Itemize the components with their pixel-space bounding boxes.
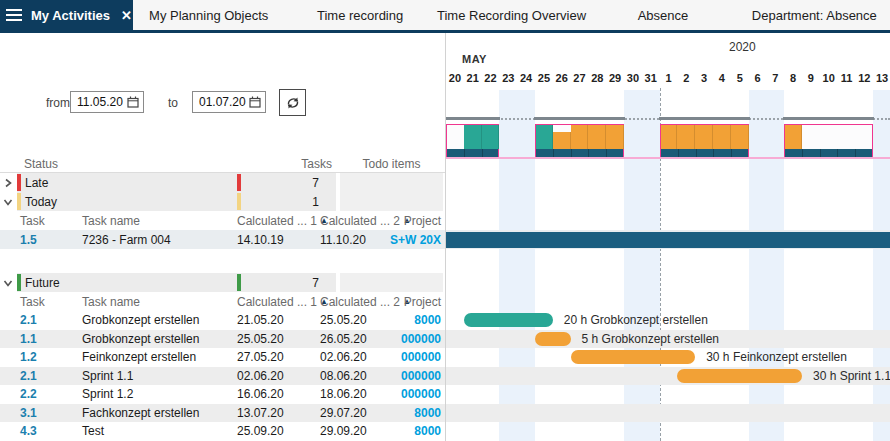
tab-time-recording-overview[interactable]: Time Recording Overview [436, 0, 587, 30]
task-table-panel: from 11.05.20 to 01.07.20 StatusTasksTod… [0, 33, 445, 441]
gantt-row [446, 230, 890, 249]
chevron-down-icon[interactable] [3, 193, 13, 211]
group-row-today[interactable]: Today1 [0, 192, 445, 211]
day-tick: 1 [660, 70, 678, 86]
task-number: 2.2 [20, 385, 37, 404]
gantt-row [446, 422, 890, 441]
task-name-col-header: Task name [82, 211, 140, 230]
status-color-bar [17, 174, 21, 191]
calendar-icon[interactable] [127, 96, 139, 108]
calculated-date-1: 27.05.20 [237, 348, 284, 367]
project-code: 000000 [380, 330, 441, 349]
task-row[interactable]: 2.1Sprint 1.102.06.2008.06.20000000 [0, 367, 445, 386]
gantt-panel: 2020 MAY 2021222324252627282930311234567… [445, 33, 890, 441]
day-tick: 4 [713, 70, 731, 86]
calculated-date-1: 02.06.20 [237, 367, 284, 386]
group-label: Today [25, 192, 57, 211]
active-tab-label: My Activities [31, 8, 110, 23]
todo-items-column-header: Todo items [340, 155, 443, 172]
planning-app-window: My Activities ✕ My Planning ObjectsTime … [0, 0, 890, 441]
histogram-group [446, 124, 499, 157]
calculated-date-2: 18.06.20 [320, 385, 367, 404]
utilization-bar [731, 125, 749, 149]
day-tick: 24 [517, 70, 535, 86]
task-row[interactable]: 3.1Fachkonzept erstellen13.07.2029.07.20… [0, 404, 445, 423]
group-row-future[interactable]: Future7 [0, 273, 445, 292]
task-number: 1.2 [20, 348, 37, 367]
day-tick: 30 [624, 70, 642, 86]
tab-my-activities[interactable]: My Activities ✕ [0, 0, 133, 30]
day-tick: 12 [855, 70, 873, 86]
tab-department-absence[interactable]: Department: Absence [739, 0, 890, 30]
day-tick: 23 [499, 70, 517, 86]
gantt-bar-label: 30 h Sprint 1.1 [813, 367, 890, 386]
gantt-task-bar[interactable] [535, 332, 571, 346]
refresh-button[interactable] [279, 89, 306, 116]
group-label: Future [25, 273, 60, 292]
gantt-month-label: MAY [462, 53, 487, 65]
tab-absence[interactable]: Absence [587, 0, 738, 30]
task-name: Test [82, 422, 104, 441]
utilization-bar [571, 125, 589, 149]
gantt-bar-label: 30 h Feinkonzept erstellen [706, 348, 847, 367]
task-row[interactable]: 4.3Test25.09.2029.09.208000 [0, 422, 445, 441]
histogram-group [660, 124, 749, 157]
tab-time-recording[interactable]: Time recording [284, 0, 435, 30]
task-number: 3.1 [20, 404, 37, 423]
task-row[interactable]: 1.1Grobkonzept erstellen25.05.2026.05.20… [0, 330, 445, 349]
baseline-strip [536, 149, 623, 157]
calculated-date-1: 25.09.20 [237, 422, 284, 441]
day-tick: 8 [784, 70, 802, 86]
tab-my-planning-objects[interactable]: My Planning Objects [133, 0, 284, 30]
close-tab-icon[interactable]: ✕ [121, 8, 132, 23]
gantt-task-bar[interactable] [571, 350, 696, 364]
project-code: 8000 [380, 404, 441, 423]
calculated-1-col-header[interactable]: Calculated ... 1▲ [237, 292, 328, 311]
gantt-task-bar[interactable] [677, 369, 802, 383]
day-tick: 20 [446, 70, 464, 86]
utilization-bar [661, 125, 678, 149]
status-color-bar [17, 193, 21, 210]
task-name: Feinkonzept erstellen [82, 348, 196, 367]
gantt-bar-full[interactable] [446, 232, 890, 248]
day-tick: 7 [766, 70, 784, 86]
day-tick: 22 [482, 70, 500, 86]
task-row[interactable]: 2.2Sprint 1.216.06.2018.06.20000000 [0, 385, 445, 404]
utilization-bar [713, 125, 731, 149]
day-tick: 21 [464, 70, 482, 86]
task-column-headers: TaskTask nameCalculated ... 1▲Calculated… [0, 211, 445, 230]
status-color-bar [17, 274, 21, 291]
day-tick: 3 [695, 70, 713, 86]
chevron-right-icon[interactable] [3, 174, 13, 192]
to-date-input[interactable]: 01.07.20 [192, 91, 266, 113]
group-todo-cell [340, 192, 443, 211]
histogram-group [535, 124, 624, 157]
task-row[interactable]: 2.1Grobkonzept erstellen21.05.2025.05.20… [0, 311, 445, 330]
project-code: S+W 20X [380, 230, 441, 249]
utilization-bar [695, 125, 713, 149]
capacity-line-segment [445, 117, 500, 120]
calculated-date-2: 11.10.20 [320, 230, 366, 249]
task-row[interactable]: 1.57236 - Farm 00414.10.1911.10.20S+W 20… [0, 230, 445, 249]
calculated-date-1: 14.10.19 [237, 230, 284, 249]
gantt-task-bar[interactable] [464, 313, 553, 327]
gantt-row: 30 h Feinkonzept erstellen [446, 348, 890, 367]
calendar-icon[interactable] [249, 96, 261, 108]
day-tick: 2 [677, 70, 695, 86]
chevron-down-icon[interactable] [3, 274, 13, 292]
task-number: 2.1 [20, 311, 37, 330]
gantt-row: 20 h Grobkonzept erstellen [446, 311, 890, 330]
refresh-icon [285, 95, 301, 111]
group-row-late[interactable]: Late7 [0, 173, 445, 192]
task-number: 2.1 [20, 367, 37, 386]
task-name: 7236 - Farm 004 [82, 230, 171, 249]
day-tick: 27 [571, 70, 589, 86]
calculated-date-1: 13.07.20 [237, 404, 284, 423]
task-number: 1.1 [20, 330, 37, 349]
hamburger-menu-icon[interactable] [6, 9, 22, 21]
calculated-1-col-header[interactable]: Calculated ... 1▲ [237, 211, 328, 230]
from-date-input[interactable]: 11.05.20 [70, 91, 144, 113]
capacity-limit-line [446, 157, 890, 159]
task-row[interactable]: 1.2Feinkonzept erstellen27.05.2002.06.20… [0, 348, 445, 367]
baseline-strip [447, 149, 498, 157]
